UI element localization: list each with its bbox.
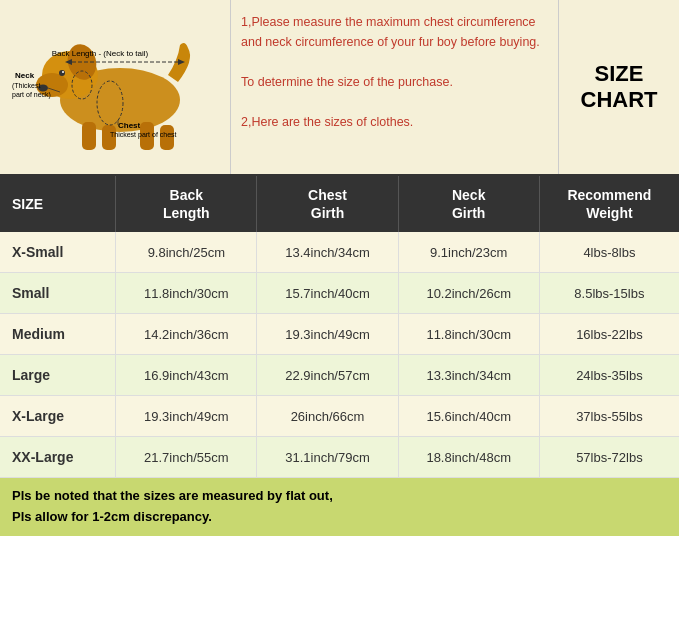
table-cell-back_length: 14.2inch/36cm bbox=[116, 314, 257, 355]
svg-text:Back Length - (Neck to tail): Back Length - (Neck to tail) bbox=[52, 49, 149, 58]
table-cell-weight: 16lbs-22lbs bbox=[539, 314, 679, 355]
col-header-weight: RecommendWeight bbox=[539, 176, 679, 232]
table-row: XX-Large21.7inch/55cm31.1inch/79cm18.8in… bbox=[0, 437, 679, 478]
col-header-back-length: BackLength bbox=[116, 176, 257, 232]
svg-point-9 bbox=[62, 71, 64, 73]
instruction-text-2: To determine the size of the purchase. bbox=[241, 72, 548, 92]
main-container: Back Length - (Neck to tail) Neck (Thick… bbox=[0, 0, 679, 536]
table-cell-chest_girth: 13.4inch/34cm bbox=[257, 232, 398, 273]
svg-point-8 bbox=[59, 70, 65, 76]
footer-line-1: Pls be noted that the sizes are measured… bbox=[12, 488, 333, 503]
dog-diagram-area: Back Length - (Neck to tail) Neck (Thick… bbox=[0, 0, 230, 174]
table-cell-back_length: 16.9inch/43cm bbox=[116, 355, 257, 396]
table-row: Large16.9inch/43cm22.9inch/57cm13.3inch/… bbox=[0, 355, 679, 396]
table-cell-chest_girth: 15.7inch/40cm bbox=[257, 273, 398, 314]
table-cell-chest_girth: 26inch/66cm bbox=[257, 396, 398, 437]
table-cell-size: X-Small bbox=[0, 232, 116, 273]
table-cell-weight: 4lbs-8lbs bbox=[539, 232, 679, 273]
table-cell-chest_girth: 22.9inch/57cm bbox=[257, 355, 398, 396]
top-section: Back Length - (Neck to tail) Neck (Thick… bbox=[0, 0, 679, 176]
col-header-chest-girth: ChestGirth bbox=[257, 176, 398, 232]
svg-text:Neck: Neck bbox=[15, 71, 35, 80]
size-table: SIZE BackLength ChestGirth NeckGirth Rec… bbox=[0, 176, 679, 478]
table-body: X-Small9.8inch/25cm13.4inch/34cm9.1inch/… bbox=[0, 232, 679, 478]
size-chart-label: SIZE CHART bbox=[559, 0, 679, 174]
instruction-text-3: 2,Here are the sizes of clothes. bbox=[241, 112, 548, 132]
table-cell-back_length: 19.3inch/49cm bbox=[116, 396, 257, 437]
svg-text:Thickest part of chest: Thickest part of chest bbox=[110, 131, 177, 139]
table-cell-chest_girth: 31.1inch/79cm bbox=[257, 437, 398, 478]
table-cell-weight: 37lbs-55lbs bbox=[539, 396, 679, 437]
svg-text:part of neck): part of neck) bbox=[12, 91, 51, 99]
table-cell-size: Small bbox=[0, 273, 116, 314]
table-cell-neck_girth: 13.3inch/34cm bbox=[398, 355, 539, 396]
table-cell-size: Medium bbox=[0, 314, 116, 355]
table-cell-neck_girth: 15.6inch/40cm bbox=[398, 396, 539, 437]
dog-diagram: Back Length - (Neck to tail) Neck (Thick… bbox=[10, 10, 220, 160]
table-cell-back_length: 21.7inch/55cm bbox=[116, 437, 257, 478]
instructions-area: 1,Please measure the maximum chest circu… bbox=[230, 0, 559, 174]
table-cell-size: XX-Large bbox=[0, 437, 116, 478]
table-cell-neck_girth: 9.1inch/23cm bbox=[398, 232, 539, 273]
col-header-neck-girth: NeckGirth bbox=[398, 176, 539, 232]
table-cell-size: X-Large bbox=[0, 396, 116, 437]
table-cell-chest_girth: 19.3inch/49cm bbox=[257, 314, 398, 355]
table-cell-weight: 24lbs-35lbs bbox=[539, 355, 679, 396]
table-cell-size: Large bbox=[0, 355, 116, 396]
footer-note: Pls be noted that the sizes are measured… bbox=[0, 478, 679, 536]
table-cell-neck_girth: 18.8inch/48cm bbox=[398, 437, 539, 478]
table-cell-back_length: 11.8inch/30cm bbox=[116, 273, 257, 314]
instruction-text-1: 1,Please measure the maximum chest circu… bbox=[241, 12, 548, 52]
table-cell-back_length: 9.8inch/25cm bbox=[116, 232, 257, 273]
table-header-row: SIZE BackLength ChestGirth NeckGirth Rec… bbox=[0, 176, 679, 232]
svg-rect-4 bbox=[82, 122, 96, 150]
table-cell-weight: 8.5lbs-15lbs bbox=[539, 273, 679, 314]
table-row: Medium14.2inch/36cm19.3inch/49cm11.8inch… bbox=[0, 314, 679, 355]
footer-line-2: Pls allow for 1-2cm discrepancy. bbox=[12, 509, 212, 524]
svg-text:Chest: Chest bbox=[118, 121, 141, 130]
table-row: Small11.8inch/30cm15.7inch/40cm10.2inch/… bbox=[0, 273, 679, 314]
svg-text:(Thickest: (Thickest bbox=[12, 82, 40, 90]
table-cell-weight: 57lbs-72lbs bbox=[539, 437, 679, 478]
table-row: X-Small9.8inch/25cm13.4inch/34cm9.1inch/… bbox=[0, 232, 679, 273]
col-header-size: SIZE bbox=[0, 176, 116, 232]
table-cell-neck_girth: 10.2inch/26cm bbox=[398, 273, 539, 314]
table-row: X-Large19.3inch/49cm26inch/66cm15.6inch/… bbox=[0, 396, 679, 437]
table-cell-neck_girth: 11.8inch/30cm bbox=[398, 314, 539, 355]
